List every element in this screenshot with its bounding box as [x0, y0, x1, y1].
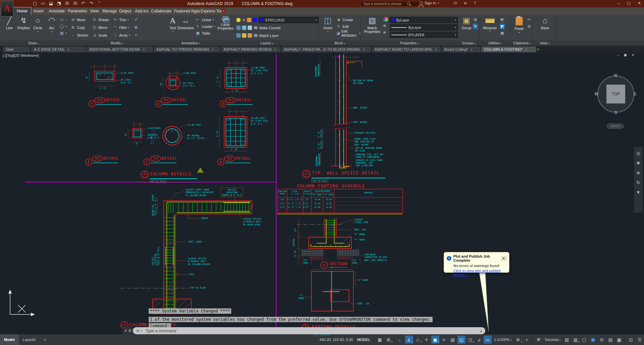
close-icon[interactable]: ✕ [362, 48, 365, 51]
a360-icon[interactable]: ⊖ [464, 1, 467, 5]
command-wrench-icon[interactable]: ⚙ [129, 329, 132, 333]
view-panel-label[interactable]: View ▾ [533, 40, 556, 46]
polar-tracking-icon[interactable]: ∠▾ [405, 336, 413, 344]
restore-drawing-button[interactable]: ▣ [624, 53, 627, 57]
snap-toggle-icon[interactable]: ⊞▾ [385, 336, 393, 344]
workspace-wrench-icon[interactable]: ⚒ [535, 336, 543, 344]
layer-on-icon[interactable] [236, 18, 241, 22]
command-input[interactable]: > ▾ Type a command ▴ [133, 327, 485, 334]
print-icon[interactable]: ⊟ [72, 1, 78, 6]
file-tab[interactable]: ASPHALT- PAVED PA...G TO BLOCK PAVING✕ [281, 46, 371, 53]
dynamic-input-icon[interactable]: ▭ [484, 336, 492, 344]
minimize-drawing-button[interactable]: – [617, 53, 619, 57]
wcs-dropdown[interactable]: WCS ▾ [607, 124, 624, 129]
file-tab[interactable]: ASPHALT ROAD TO LANDSCAPE✕ [371, 46, 441, 53]
layers-panel-label[interactable]: Layers ▾ [215, 40, 319, 46]
tab-home[interactable]: Home [13, 7, 31, 15]
clean-screen-icon[interactable]: ▢ [580, 336, 588, 344]
units-selector[interactable]: Decimal ▾ [545, 338, 560, 342]
layer-thaw-icon[interactable]: ☀ [242, 18, 246, 23]
close-icon[interactable]: ✕ [274, 48, 277, 51]
utilities-panel-label[interactable]: Utilities ▾ [479, 40, 511, 46]
select-similar-button[interactable]: ◩ [500, 24, 505, 29]
customization-menu-icon[interactable]: ☰ [636, 336, 644, 344]
signin-button[interactable]: Sign In ▾ [419, 1, 439, 5]
ungroup-button[interactable]: ⊠ [473, 17, 478, 23]
close-icon[interactable]: ✕ [470, 48, 473, 51]
line-button[interactable]: ╱Line [3, 15, 16, 30]
create-block-button[interactable]: ◆Create [336, 17, 360, 23]
layer-color-icon[interactable] [253, 18, 257, 22]
transparency-icon[interactable]: ▨ [449, 336, 457, 344]
close-icon[interactable]: ✕ [212, 48, 214, 51]
offset-button[interactable]: ⊂ [134, 32, 139, 38]
table-button[interactable]: ▦Table [195, 30, 215, 36]
close-icon[interactable]: ✕ [67, 48, 70, 51]
grid-toggle-icon[interactable]: ▦ [376, 336, 384, 344]
plot-tray-icon[interactable]: ⊟ [598, 336, 606, 344]
notification-close-button[interactable]: ✕ [501, 256, 506, 261]
properties-panel-label[interactable]: Properties ▾ [361, 40, 458, 46]
autoscale-icon[interactable]: + [523, 336, 531, 344]
rotate-button[interactable]: ↻Rotate [92, 17, 109, 23]
draw-panel-label[interactable]: Draw ▾ [0, 40, 67, 46]
circle-button[interactable]: ○Circle▾ [31, 15, 44, 34]
zoom-icon[interactable]: ⊕ [637, 170, 640, 175]
new-file-icon[interactable]: ▢ [32, 1, 38, 6]
rectangle-button[interactable]: ▭▾ [59, 17, 67, 23]
quick-properties-icon[interactable]: ▤ [563, 336, 571, 344]
file-tab[interactable]: ADDITIONAL BOTTOM REINF✕ [86, 46, 153, 53]
color-wheel-icon[interactable] [383, 17, 388, 21]
viewcube-top-face[interactable]: TOP [606, 85, 625, 103]
viewcube-north[interactable]: N [614, 73, 617, 78]
isolate-objects-icon[interactable]: ◉ [589, 336, 597, 344]
close-command-icon[interactable]: ✕ [124, 329, 127, 333]
help-icon[interactable]: ? [474, 1, 476, 5]
group-button[interactable]: ▣Group [460, 15, 473, 30]
arc-button[interactable]: ◠Arc▾ [45, 15, 58, 34]
trim-button[interactable]: ✂Trim▾ [113, 17, 130, 23]
measure-button[interactable]: Measure▾ [482, 15, 498, 34]
redo-icon[interactable]: ↷ [88, 1, 94, 6]
ribbon-toggle-icon[interactable]: ▾ [221, 9, 226, 13]
object-snap-tracking-icon[interactable]: ✛ [423, 336, 431, 344]
undo-icon[interactable]: ↶ [80, 1, 86, 6]
cut-button[interactable]: ✂ [527, 17, 532, 23]
edit-block-button[interactable]: ✎Edit [336, 24, 360, 29]
fullscreen-icon[interactable]: ⊡ [627, 336, 635, 344]
command-history-icon[interactable]: ▴ [480, 329, 482, 333]
annotation-scale[interactable]: 1:1/100% ▾ [494, 338, 512, 342]
quick-calc-button[interactable]: ▦ [500, 30, 505, 36]
layer-tool-icon[interactable] [236, 26, 241, 30]
lineweight-select[interactable]: ByLayer▾ [390, 24, 458, 31]
layout1-tab[interactable]: Layout1 [19, 334, 40, 345]
viewcube-east[interactable]: E [634, 92, 636, 96]
erase-button[interactable]: ✐ [134, 17, 139, 23]
layer-select[interactable]: STRCLOUD ▾ [258, 17, 318, 23]
linetype-select[interactable]: BYLAYER▾ [390, 32, 458, 38]
object-snap-icon[interactable]: ▣▾ [431, 336, 439, 344]
scale-button[interactable]: ⊿Scale [92, 32, 109, 38]
linetype-list-icon[interactable]: ≡ [383, 30, 388, 35]
annotation-visibility-gear-icon[interactable]: ⚙▾ [514, 336, 522, 344]
file-tab[interactable]: Board Ceiling*✕ [441, 46, 481, 53]
annotation-panel-label[interactable]: Annotation ▾ [167, 40, 215, 46]
layer-tool2-icon[interactable] [236, 33, 241, 38]
file-tab[interactable]: ASPHALT PARKING ROADS✕ [220, 46, 281, 53]
close-icon[interactable]: ✕ [525, 48, 528, 51]
drawing-area[interactable]: [-][Top][2D Wireframe] – ▣ ✕ [0, 52, 644, 334]
cart-icon[interactable]: ⛁ [454, 1, 457, 5]
group-edit-button[interactable]: ✎ [473, 24, 478, 29]
search-input[interactable]: Type a keyword or phrase [360, 1, 423, 7]
ortho-toggle-icon[interactable]: ∟ [396, 336, 404, 344]
move-button[interactable]: ⇄Move [70, 17, 88, 23]
new-tab-button[interactable]: + [537, 47, 540, 52]
layer-properties-button[interactable]: Layer Properties [217, 15, 234, 30]
leader-button[interactable]: ↖Leader▾ [195, 24, 215, 29]
save-as-icon[interactable]: ⬔ [56, 1, 62, 6]
fillet-button[interactable]: ◠Fillet▾ [113, 25, 130, 30]
layer-sun-icon[interactable] [242, 33, 246, 38]
ellipse-button[interactable]: ◯▾ [59, 24, 67, 29]
steering-wheel-icon[interactable]: ◎ [636, 151, 640, 156]
selection-cycling-icon[interactable]: ◱ [457, 336, 465, 344]
